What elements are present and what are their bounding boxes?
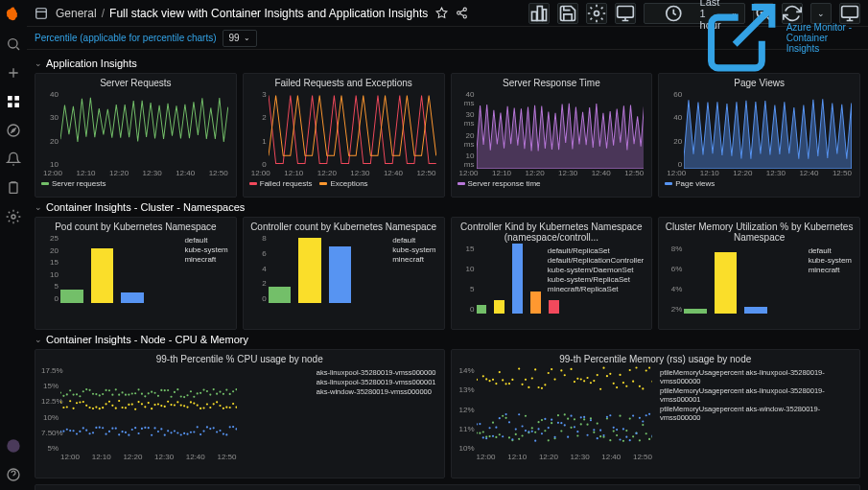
avatar[interactable] xyxy=(6,438,21,454)
panel[interactable]: 99-th Percentile % CPU usage by node17.5… xyxy=(35,349,445,478)
svg-point-29 xyxy=(82,390,84,392)
panel[interactable]: 99-th Percentile Memory (rss) usage by n… xyxy=(451,349,861,478)
svg-point-146 xyxy=(105,433,106,435)
panel[interactable]: Server Requests4030201012:0012:1012:2012… xyxy=(35,73,237,198)
legend-item[interactable]: ptileMemoryUsagepercent aks-linuxpool-35… xyxy=(660,368,852,385)
legend-swatch xyxy=(249,182,257,185)
svg-point-32 xyxy=(92,393,94,395)
legend-item[interactable]: minecraft/ReplicaSet xyxy=(548,285,645,293)
legend-item[interactable]: default xyxy=(392,236,435,245)
svg-point-94 xyxy=(115,408,117,409)
legend-item[interactable]: kube-system/DaemonSet xyxy=(548,266,645,274)
svg-point-67 xyxy=(206,390,208,392)
legend-item[interactable]: kube-system xyxy=(809,256,852,265)
save-button[interactable] xyxy=(557,3,578,24)
breadcrumb-folder[interactable]: General xyxy=(56,7,97,20)
search-icon[interactable] xyxy=(6,36,21,52)
svg-point-287 xyxy=(622,382,623,384)
svg-point-309 xyxy=(514,428,516,430)
row-container-cluster[interactable]: ⌄Container Insights - Cluster - Namespac… xyxy=(35,201,860,213)
legend-item[interactable]: ptileMemoryUsagepercent aks-linuxpool-35… xyxy=(660,386,852,404)
grafana-logo-icon[interactable] xyxy=(5,6,22,23)
panel-cluster-cpu[interactable]: Cluster CPU Utilization % by Kubernetes … xyxy=(35,484,860,490)
svg-point-317 xyxy=(540,432,542,434)
plus-icon[interactable] xyxy=(6,65,21,81)
svg-point-296 xyxy=(651,381,652,383)
bar xyxy=(512,244,523,314)
add-panel-button[interactable] xyxy=(528,3,550,24)
svg-point-91 xyxy=(105,403,106,405)
svg-point-266 xyxy=(553,378,555,380)
svg-point-115 xyxy=(183,405,185,407)
svg-point-346 xyxy=(635,432,637,434)
legend-item[interactable]: minecraft xyxy=(809,266,852,274)
dashboards-icon[interactable] xyxy=(6,94,21,109)
legend-item[interactable]: aks-linuxpool-35280019-vmss000001 xyxy=(317,378,436,386)
svg-point-96 xyxy=(121,407,123,408)
var-percentile-select[interactable]: 99⌄ xyxy=(223,30,257,47)
svg-point-76 xyxy=(235,388,236,390)
svg-point-187 xyxy=(477,432,478,433)
share-icon[interactable] xyxy=(456,7,468,19)
legend-item[interactable]: kube-system xyxy=(392,245,435,254)
panel-add-icon[interactable] xyxy=(35,7,48,20)
svg-point-201 xyxy=(521,434,523,436)
svg-point-222 xyxy=(589,417,591,419)
svg-point-118 xyxy=(193,402,195,404)
legend-item[interactable]: default xyxy=(809,246,852,255)
panel[interactable]: Controller count by Kubernetes Namespace… xyxy=(243,217,445,330)
panel[interactable]: Page Views604020012:0012:1012:2012:3012:… xyxy=(658,73,860,198)
panel[interactable]: Cluster Memory Utilization % by Kubernet… xyxy=(658,217,860,330)
svg-point-224 xyxy=(596,423,598,425)
settings-icon[interactable] xyxy=(6,209,21,224)
svg-point-103 xyxy=(144,406,146,408)
legend-item[interactable]: minecraft xyxy=(392,255,435,264)
legend-item[interactable]: Server response time xyxy=(457,179,541,188)
alerting-icon[interactable] xyxy=(6,152,21,167)
legend-item[interactable]: minecraft xyxy=(184,255,227,264)
legend-item[interactable]: kube-system/ReplicaSet xyxy=(548,275,645,284)
view-mode-button[interactable] xyxy=(615,3,636,24)
legend-item[interactable]: default/ReplicationController xyxy=(548,256,645,265)
svg-point-63 xyxy=(193,396,195,398)
svg-point-111 xyxy=(170,404,172,406)
svg-point-336 xyxy=(602,434,604,436)
legend-item[interactable]: Page views xyxy=(665,179,715,188)
svg-point-247 xyxy=(491,379,493,381)
legend-item[interactable]: aks-linuxpool-35280019-vmss000000 xyxy=(317,368,436,377)
panel[interactable]: Controller Kind by Kubernetes Namespace … xyxy=(451,217,653,330)
svg-point-54 xyxy=(164,389,166,391)
explore-icon[interactable] xyxy=(6,123,21,138)
svg-point-310 xyxy=(518,413,520,415)
panel[interactable]: Server Response Time40 ms30 ms20 ms10 ms… xyxy=(451,73,653,198)
row-container-node[interactable]: ⌄Container Insights - Node - CPU & Memor… xyxy=(35,334,860,345)
legend-item[interactable]: aks-window-35280019-vmss000000 xyxy=(317,387,436,396)
legend-item[interactable]: ptileMemoryUsagepercent aks-window-35280… xyxy=(660,405,852,422)
legend-item[interactable]: default xyxy=(184,236,227,245)
svg-point-193 xyxy=(495,436,497,438)
dashboard-settings-button[interactable] xyxy=(586,3,607,24)
svg-point-319 xyxy=(547,427,549,429)
help-icon[interactable] xyxy=(6,467,21,482)
legend-item[interactable]: kube-system xyxy=(184,245,227,254)
legend-item[interactable]: default/ReplicaSet xyxy=(548,246,645,255)
page-title[interactable]: Full stack view with Container Insights … xyxy=(109,7,428,20)
svg-point-210 xyxy=(551,422,552,424)
legend-item[interactable]: Failed requests xyxy=(249,179,313,188)
star-icon[interactable] xyxy=(435,7,448,19)
svg-point-323 xyxy=(560,422,562,424)
panel[interactable]: Pod count by Kubernetes Namespace2520151… xyxy=(35,217,237,330)
svg-point-101 xyxy=(137,401,139,403)
svg-point-218 xyxy=(576,434,578,436)
bar xyxy=(744,307,767,314)
panel[interactable]: Failed Requests and Exceptions321012:001… xyxy=(243,73,445,198)
legend-item[interactable]: Exceptions xyxy=(319,179,367,188)
svg-point-242 xyxy=(477,379,478,381)
row-app-insights[interactable]: ⌄Application Insights xyxy=(35,58,860,69)
clipboard-icon[interactable] xyxy=(6,180,21,196)
svg-point-191 xyxy=(488,435,490,437)
svg-point-112 xyxy=(174,404,176,406)
svg-point-151 xyxy=(121,431,123,432)
svg-point-343 xyxy=(625,436,627,438)
legend-item[interactable]: Server requests xyxy=(41,179,106,188)
